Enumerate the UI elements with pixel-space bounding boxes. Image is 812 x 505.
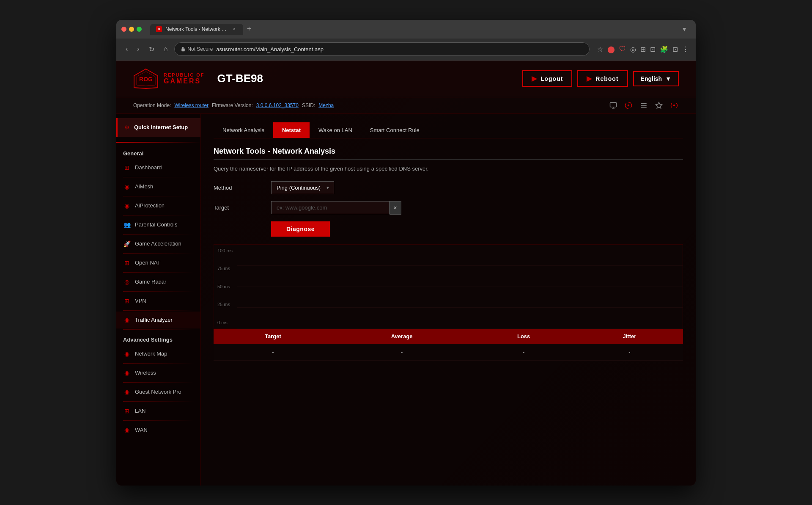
url-text: asusrouter.com/Main_Analysis_Content.asp (216, 46, 324, 52)
diagnose-button[interactable]: Diagnose (271, 221, 330, 237)
sidebar-item-lan[interactable]: ⊞ LAN (116, 403, 200, 419)
sidebar-item-aimesh[interactable]: ◉ AiMesh (116, 178, 200, 195)
method-select[interactable]: Ping (Continuous) Ping Traceroute DNS Lo… (271, 181, 334, 194)
target-input[interactable] (271, 201, 390, 214)
target-input-wrapper: × (271, 201, 401, 215)
sidebar-item-game-radar[interactable]: ◎ Game Radar (116, 273, 200, 290)
dashboard-icon: ⊞ (123, 164, 131, 171)
divider-2 (123, 196, 194, 196)
ssid-label: SSID: (302, 102, 315, 108)
status-icon-1[interactable] (609, 101, 618, 110)
open-nat-label: Open NAT (135, 259, 160, 266)
maximize-button[interactable] (137, 27, 142, 32)
grid-line-0 (237, 328, 683, 329)
router-ui: ROG REPUBLIC OF GAMERS GT-BE98 ▶ Logout … (116, 61, 696, 486)
col-loss: Loss (471, 329, 576, 344)
quick-internet-divider (116, 142, 200, 143)
browser-action-icons: ☆ ⬤ 🛡 ◎ ⊞ ⊡ 🧩 ⊡ ⋮ (597, 45, 689, 53)
game-accel-label: Game Acceleration (135, 240, 181, 247)
browser-window: R Network Tools - Network Ana... × + ▼ ‹… (116, 20, 696, 486)
status-icon-2[interactable] (624, 101, 633, 110)
results-table: Target Average Loss Jitter - - - (214, 329, 683, 361)
home-button[interactable]: ⌂ (161, 44, 170, 55)
back-button[interactable]: ‹ (123, 44, 130, 55)
table-row: - - - - (214, 344, 683, 361)
firmware-value[interactable]: 3.0.0.6.102_33570 (256, 102, 299, 108)
republic-of-text: REPUBLIC OF (164, 72, 205, 77)
language-button[interactable]: English ▼ (633, 71, 679, 86)
reboot-arrow-icon: ▶ (587, 75, 592, 83)
vpn-icon: ⊞ (123, 297, 131, 305)
downloads-icon[interactable]: ⊡ (672, 45, 678, 53)
sidebar-item-dashboard[interactable]: ⊞ Dashboard (116, 159, 200, 176)
extension2-icon[interactable]: ⊞ (640, 45, 646, 53)
chart-grid (237, 245, 683, 328)
reboot-button[interactable]: ▶ Reboot (577, 70, 628, 87)
traffic-analyzer-icon: ◉ (123, 316, 131, 324)
quick-internet-setup-button[interactable]: ⚙ Quick Internet Setup (116, 118, 200, 137)
y-label-75ms: 75 ms (217, 266, 234, 271)
tab-wake-on-lan-label: Wake on LAN (318, 127, 352, 133)
aiprotection-label: AiProtection (135, 202, 165, 209)
new-tab-button[interactable]: + (243, 23, 255, 35)
tab-netstat[interactable]: Netstat (273, 122, 310, 138)
sidebar-item-open-nat[interactable]: ⊞ Open NAT (116, 254, 200, 271)
table-header-row: Target Average Loss Jitter (214, 329, 683, 344)
extension3-icon[interactable]: ⊡ (650, 45, 656, 53)
tab-wake-on-lan[interactable]: Wake on LAN (310, 122, 361, 138)
tab-close-button[interactable]: × (231, 26, 237, 32)
divider-7 (123, 291, 194, 292)
status-icons (609, 101, 679, 110)
sidebar-item-network-map[interactable]: ◉ Network Map (116, 345, 200, 362)
grid-line-25 (237, 307, 683, 308)
firmware-label: Firmware Version: (212, 102, 253, 108)
sidebar-item-traffic-analyzer[interactable]: ◉ Traffic Analyzer (116, 312, 200, 328)
lan-label: LAN (135, 408, 145, 414)
sidebar-item-vpn[interactable]: ⊞ VPN (116, 293, 200, 309)
sidebar-item-guest-network[interactable]: ◉ Guest Network Pro (116, 384, 200, 400)
sidebar-item-wireless[interactable]: ◉ Wireless (116, 364, 200, 381)
logout-button[interactable]: ▶ Logout (522, 70, 572, 87)
target-row: Target × (214, 201, 683, 215)
traffic-lights (121, 27, 142, 32)
divider-11 (123, 382, 194, 383)
settings-icon[interactable]: ⋮ (682, 45, 689, 53)
operation-mode-label: Operation Mode: (133, 102, 171, 108)
aimesh-label: AiMesh (135, 183, 153, 190)
status-icon-3[interactable] (639, 101, 648, 110)
operation-mode-value[interactable]: Wireless router (174, 102, 208, 108)
sidebar-item-aiprotection[interactable]: ◉ AiProtection (116, 197, 200, 214)
extension1-icon[interactable]: ⬤ (607, 45, 615, 53)
refresh-button[interactable]: ↻ (146, 44, 157, 55)
sidebar-item-game-acceleration[interactable]: 🚀 Game Acceleration (116, 235, 200, 252)
tab-smart-connect-rule[interactable]: Smart Connect Rule (361, 122, 428, 138)
method-label: Method (214, 185, 264, 191)
extensions-icon[interactable]: 🧩 (660, 45, 668, 53)
shield-icon[interactable]: 🛡 (619, 45, 626, 53)
profile-icon[interactable]: ◎ (630, 45, 636, 53)
aimesh-icon: ◉ (123, 183, 131, 190)
url-bar[interactable]: Not Secure asusrouter.com/Main_Analysis_… (174, 42, 590, 56)
col-jitter: Jitter (576, 329, 683, 344)
minimize-button[interactable] (129, 27, 134, 32)
browser-tab-bar: R Network Tools - Network Ana... × + (150, 23, 675, 35)
traffic-analyzer-label: Traffic Analyzer (135, 317, 173, 323)
status-icon-5[interactable] (669, 101, 679, 110)
ssid-value[interactable]: Mezha (318, 102, 334, 108)
sidebar-item-wan[interactable]: ◉ WAN (116, 422, 200, 439)
forward-button[interactable]: › (134, 44, 142, 55)
divider-5 (123, 253, 194, 254)
game-accel-icon: 🚀 (123, 240, 131, 248)
input-clear-button[interactable]: × (390, 201, 401, 215)
divider-13 (123, 420, 194, 421)
bookmark-icon[interactable]: ☆ (597, 45, 603, 53)
status-icon-4[interactable] (654, 101, 664, 110)
aiprotection-icon: ◉ (123, 202, 131, 210)
close-button[interactable] (121, 27, 126, 32)
browser-tab[interactable]: R Network Tools - Network Ana... × (150, 24, 243, 35)
y-label-25ms: 25 ms (217, 302, 234, 307)
tab-network-analysis[interactable]: Network Analysis (214, 122, 273, 138)
dashboard-label: Dashboard (135, 164, 162, 171)
titlebar-more-icon[interactable]: ▼ (678, 24, 691, 34)
sidebar-item-parental[interactable]: 👥 Parental Controls (116, 216, 200, 233)
